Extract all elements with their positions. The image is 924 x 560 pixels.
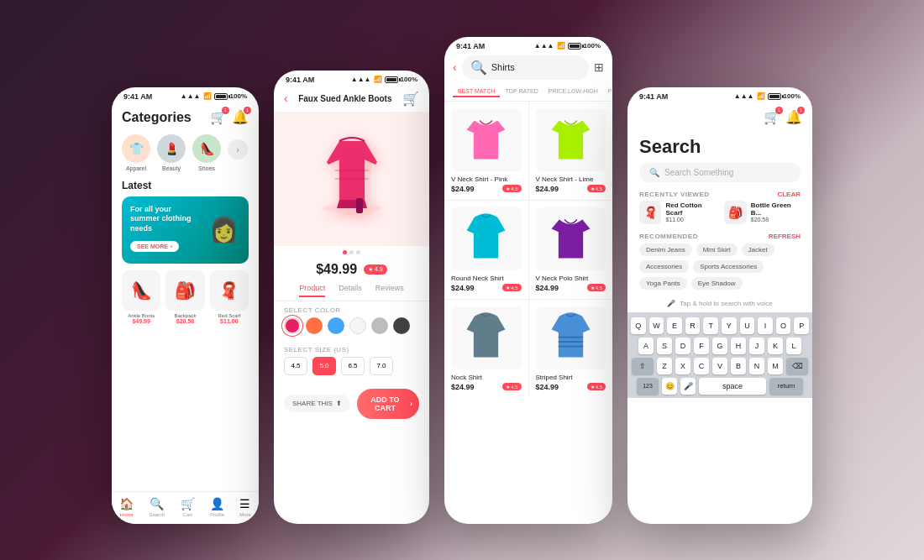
- refresh-button[interactable]: REFRESH: [769, 233, 801, 240]
- category-shoes[interactable]: 👠 Shoes: [192, 134, 221, 171]
- key-b[interactable]: B: [731, 358, 746, 374]
- swatch-blue[interactable]: [328, 317, 344, 334]
- key-p[interactable]: P: [794, 317, 809, 334]
- key-v[interactable]: V: [712, 358, 727, 374]
- key-mic[interactable]: 🎤: [680, 378, 696, 395]
- key-w[interactable]: W: [649, 317, 664, 334]
- tab-details[interactable]: Details: [339, 284, 362, 297]
- key-k[interactable]: K: [768, 338, 783, 354]
- product-ankle-boots[interactable]: 👠 Ankle Boots $49.99: [122, 270, 160, 324]
- key-s[interactable]: S: [657, 338, 672, 354]
- search-box[interactable]: 🔍 Search Something: [639, 163, 801, 182]
- key-e[interactable]: E: [667, 317, 682, 334]
- size-5-0[interactable]: 5.0: [312, 357, 336, 375]
- key-space[interactable]: space: [699, 378, 766, 395]
- swatch-gray[interactable]: [371, 317, 388, 334]
- key-delete[interactable]: ⌫: [786, 358, 808, 374]
- tag-mini-skirt[interactable]: Mini Skirt: [696, 243, 738, 256]
- recent-item-bag[interactable]: 🎒 Bottle Green B... $20.58: [724, 201, 801, 224]
- tag-yoga[interactable]: Yoga Pants: [639, 277, 687, 290]
- key-shift[interactable]: ⇧: [632, 358, 654, 374]
- pink-shirt-rating: ★ 4.5: [502, 185, 521, 192]
- tag-denim-jeans[interactable]: Denim Jeans: [639, 243, 692, 256]
- key-numbers[interactable]: 123: [637, 378, 659, 395]
- swatch-orange[interactable]: [306, 317, 323, 334]
- key-z[interactable]: Z: [657, 358, 672, 374]
- product-bluegray-shirt[interactable]: Nock Shirt $24.99 ★ 4.5: [444, 300, 528, 398]
- tag-eyeshadow[interactable]: Eye Shadow: [691, 277, 743, 290]
- key-j[interactable]: J: [749, 338, 764, 354]
- key-return[interactable]: return: [769, 378, 803, 395]
- product-scarf[interactable]: 🧣 Red Scarf $11.00: [210, 270, 249, 324]
- filter-price-more[interactable]: PRICE...: [603, 86, 612, 97]
- swatch-pink[interactable]: [284, 317, 301, 334]
- key-q[interactable]: Q: [631, 317, 646, 334]
- search-input-3[interactable]: 🔍 Shirts: [462, 55, 589, 80]
- tag-accessories[interactable]: Accessories: [639, 260, 689, 273]
- recent-item-scarf[interactable]: 🧣 Red Cotton Scarf $11.00: [639, 201, 717, 224]
- key-h[interactable]: H: [731, 338, 746, 354]
- key-m[interactable]: M: [768, 358, 783, 374]
- tag-jacket[interactable]: Jacket: [742, 243, 774, 256]
- key-emoji[interactable]: 😊: [662, 378, 677, 395]
- filter-best-match[interactable]: BEST MATCH: [453, 86, 500, 97]
- backpack-image: 🎒: [165, 270, 204, 311]
- key-i[interactable]: I: [758, 317, 773, 334]
- notif-icon-4[interactable]: 🔔1: [785, 109, 802, 126]
- product-purple-shirt[interactable]: V Neck Polo Shirt $24.99 ★ 4.5: [529, 201, 613, 299]
- cart-icon-4[interactable]: 🛒1: [764, 109, 780, 126]
- size-4-5[interactable]: 4.5: [284, 357, 307, 375]
- home-header: Categories 🛒1 🔔1: [112, 102, 259, 131]
- cart-button[interactable]: 🛒: [402, 91, 419, 107]
- category-beauty[interactable]: 💄 Beauty: [157, 134, 186, 171]
- key-y[interactable]: Y: [722, 317, 737, 334]
- product-pink-shirt[interactable]: V Neck Shirt - Pink $24.99 ★ 4.5: [444, 102, 528, 200]
- tag-sports[interactable]: Sports Accessories: [693, 260, 764, 273]
- size-7-0[interactable]: 7.0: [370, 357, 393, 375]
- key-c[interactable]: C: [694, 358, 709, 374]
- filter-icon[interactable]: ⊞: [594, 60, 604, 74]
- cart-icon[interactable]: 🛒1: [210, 109, 227, 126]
- nav-home[interactable]: 🏠 Home: [119, 497, 134, 517]
- key-n[interactable]: N: [749, 358, 764, 374]
- key-g[interactable]: G: [712, 338, 727, 354]
- product-striped-shirt[interactable]: Striped Shirt $24.99 ★ 4.5: [529, 300, 613, 398]
- product-lime-shirt[interactable]: V Neck Shirt - Lime $24.99 ★ 4.5: [529, 102, 613, 200]
- share-button[interactable]: SHARE THIS ⬆: [284, 395, 350, 412]
- nav-cart[interactable]: 🛒 Cart: [181, 497, 195, 517]
- key-l[interactable]: L: [786, 338, 801, 354]
- product-backpack[interactable]: 🎒 Backpack $20.58: [165, 270, 204, 324]
- nav-search[interactable]: 🔍 Search: [149, 497, 165, 517]
- search-title-area: Search 🔍 Search Something: [627, 131, 812, 186]
- tab-product[interactable]: Product: [299, 284, 325, 297]
- dot-3: [356, 250, 360, 254]
- key-f[interactable]: F: [694, 338, 709, 354]
- promo-text: For all your summer clothing needs: [130, 205, 197, 234]
- nav-home-label: Home: [120, 512, 134, 517]
- key-x[interactable]: X: [675, 358, 690, 374]
- size-6-5[interactable]: 6.5: [341, 357, 365, 375]
- voice-search[interactable]: 🎤 Tap & hold to search with voice: [627, 295, 812, 312]
- notif-icon[interactable]: 🔔1: [232, 109, 249, 126]
- category-apparel[interactable]: 👕 Apparel: [122, 134, 150, 171]
- clear-button[interactable]: CLEAR: [777, 191, 801, 198]
- nav-profile[interactable]: 👤 Profile: [210, 497, 224, 517]
- product-cyan-shirt[interactable]: Round Neck Shirt $24.99 ★ 4.5: [444, 201, 528, 299]
- see-all-button[interactable]: ›: [228, 139, 248, 160]
- key-d[interactable]: D: [675, 338, 690, 354]
- key-r[interactable]: R: [685, 317, 701, 334]
- key-a[interactable]: A: [638, 338, 654, 354]
- key-u[interactable]: U: [740, 317, 755, 334]
- add-to-cart-button[interactable]: ADD TO CART ›: [357, 389, 419, 419]
- swatch-white[interactable]: [349, 317, 366, 334]
- filter-price-low[interactable]: PRICE LOW-HIGH: [543, 86, 603, 97]
- filter-top-rated[interactable]: TOP RATED: [500, 86, 543, 97]
- key-t[interactable]: T: [703, 317, 718, 334]
- swatch-dark[interactable]: [393, 317, 410, 334]
- nav-more[interactable]: ☰ More: [239, 497, 251, 517]
- tab-reviews[interactable]: Reviews: [375, 284, 404, 297]
- battery-pct-3: 100%: [584, 42, 601, 50]
- key-o[interactable]: O: [776, 317, 791, 334]
- see-more-button[interactable]: SEE MORE ›: [130, 241, 179, 252]
- back-button-3[interactable]: ‹: [453, 60, 457, 74]
